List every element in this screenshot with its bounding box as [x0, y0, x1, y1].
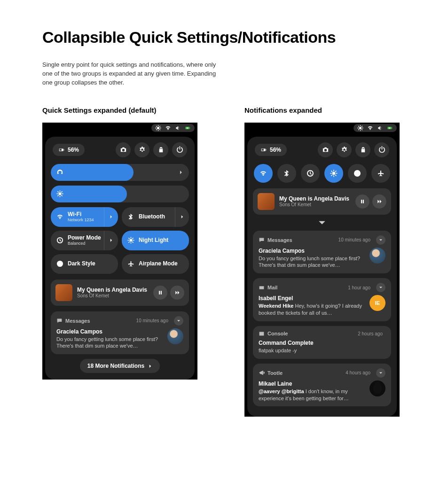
toggle-wifi[interactable]: Wi-Fi Network 1234: [51, 207, 118, 227]
media-artist: Sons Of Kemet: [279, 202, 351, 207]
compact-bluetooth[interactable]: [277, 164, 296, 183]
screenshot-button[interactable]: [116, 142, 131, 157]
toggle-night-light[interactable]: Night Light: [122, 231, 189, 250]
chevron-down-icon: [379, 371, 383, 375]
notif-sender: Isabell Engel: [259, 295, 365, 302]
wifi-icon: [367, 125, 373, 131]
notif-collapse-toggle[interactable]: [376, 368, 385, 378]
chevron-right-icon: [109, 238, 113, 242]
screenshot-button[interactable]: [318, 142, 333, 157]
compact-power-mode[interactable]: [301, 164, 320, 183]
gear-icon: [341, 146, 348, 153]
notif-time: 10 minutes ago: [338, 237, 370, 242]
brightness-icon: [155, 125, 161, 131]
volume-slider[interactable]: [51, 164, 189, 181]
phone-mockup-right: 56%: [244, 123, 400, 417]
power-mode-icon: [307, 170, 314, 177]
battery-label: 56%: [68, 147, 79, 153]
media-artist: Sons Of Kemet: [77, 293, 149, 298]
notif-time: 1 hour ago: [348, 285, 370, 290]
lock-icon: [360, 146, 367, 153]
notif-app: Messages: [267, 237, 336, 243]
contrast-icon: [354, 170, 361, 177]
toggle-airplane[interactable]: Airplane Mode: [122, 254, 189, 274]
battery-chip[interactable]: 56%: [53, 144, 85, 156]
power-button[interactable]: [172, 142, 187, 157]
notif-collapse-toggle[interactable]: [376, 235, 385, 245]
toggle-wifi-sub: Network 1234: [68, 217, 94, 222]
chevron-down-icon: [379, 286, 383, 289]
page-description: Single entry point for quick settings an…: [42, 61, 221, 87]
more-label: 18 More Notifications: [87, 363, 144, 369]
power-mode-icon: [56, 237, 63, 244]
toggle-nightlight-label: Night Light: [139, 237, 168, 243]
contrast-icon: [56, 260, 63, 267]
media-next-button[interactable]: [170, 286, 184, 300]
status-bar: [244, 123, 400, 134]
notif-collapse-toggle[interactable]: [376, 283, 385, 292]
notification-card[interactable]: Messages 10 minutes ago Graciela Campos …: [253, 231, 391, 274]
media-pause-button[interactable]: [153, 286, 167, 300]
volume-expand[interactable]: [179, 168, 183, 177]
avatar: [167, 328, 183, 344]
media-card[interactable]: My Queen is Angela Davis Sons Of Kemet: [253, 188, 391, 215]
notif-sender: Mikael Laine: [259, 380, 365, 387]
toggle-wifi-expand[interactable]: [104, 207, 118, 227]
battery-icon: [260, 147, 267, 153]
notif-app: Tootle: [267, 370, 343, 376]
compact-night-light[interactable]: [324, 164, 343, 183]
toggle-bluetooth-expand[interactable]: [175, 207, 189, 227]
compact-airplane[interactable]: [371, 164, 390, 183]
notification-card[interactable]: Console 2 hours ago Command Complete fla…: [253, 326, 391, 359]
brightness-icon: [56, 190, 63, 197]
media-next-button[interactable]: [372, 194, 386, 209]
notification-card[interactable]: Tootle 4 hours ago Mikael Laine @aavery …: [253, 364, 391, 407]
battery-icon: [58, 147, 65, 153]
expand-quick-settings-handle[interactable]: [253, 218, 391, 227]
airplane-icon: [127, 260, 134, 267]
brightness-icon: [357, 125, 363, 131]
settings-button[interactable]: [337, 142, 352, 157]
notif-text: Weekend Hike Hey, how's it going? I alre…: [259, 303, 365, 317]
lock-icon: [157, 146, 165, 153]
speaker-icon: [377, 125, 383, 131]
toggle-dark-style[interactable]: Dark Style: [51, 254, 118, 274]
toggle-bluetooth[interactable]: Bluetooth: [122, 207, 189, 227]
notification-card[interactable]: Messages 10 minutes ago Graciela Campos …: [51, 311, 189, 355]
toggle-power-mode[interactable]: Power Mode Balanced: [51, 231, 118, 250]
media-title: My Queen is Angela Davis: [77, 287, 149, 293]
status-bar: [42, 123, 197, 134]
notif-sender: Command Complete: [259, 340, 385, 346]
album-art: [55, 284, 72, 301]
notif-collapse-toggle[interactable]: [174, 316, 183, 326]
notif-time: 4 hours ago: [346, 370, 370, 375]
lock-button[interactable]: [153, 142, 168, 157]
notif-text: Do you fancy getting lunch some place fi…: [56, 336, 163, 350]
battery-chip[interactable]: 56%: [255, 144, 287, 156]
status-indicators-pill[interactable]: [354, 124, 397, 132]
mail-icon: [259, 285, 265, 291]
notif-text: Do you fancy getting lunch some place fi…: [259, 255, 365, 269]
chevron-down-icon: [318, 218, 326, 227]
notification-card[interactable]: Mail 1 hour ago Isabell Engel Weekend Hi…: [253, 278, 391, 321]
compact-dark-style[interactable]: [348, 164, 367, 183]
brightness-slider[interactable]: [51, 186, 189, 202]
wifi-icon: [165, 125, 171, 131]
chevron-right-icon: [179, 170, 183, 175]
settings-button[interactable]: [134, 142, 149, 157]
media-pause-button[interactable]: [355, 194, 369, 209]
media-card[interactable]: My Queen is Angela Davis Sons Of Kemet: [51, 279, 189, 306]
status-indicators-pill[interactable]: [151, 124, 195, 132]
airplane-icon: [377, 170, 385, 177]
power-button[interactable]: [374, 142, 389, 157]
battery-label: 56%: [270, 147, 281, 153]
compact-wifi[interactable]: [254, 164, 273, 183]
page-title: Collapsible Quick Settings/Notifications: [42, 28, 406, 47]
toggle-power-expand[interactable]: [104, 231, 118, 250]
lock-button[interactable]: [355, 142, 370, 157]
chevron-down-icon: [177, 319, 181, 323]
bluetooth-icon: [127, 213, 134, 220]
more-notifications-button[interactable]: 18 More Notifications: [80, 359, 160, 373]
wifi-icon: [56, 213, 63, 220]
headphones-icon: [56, 169, 63, 176]
